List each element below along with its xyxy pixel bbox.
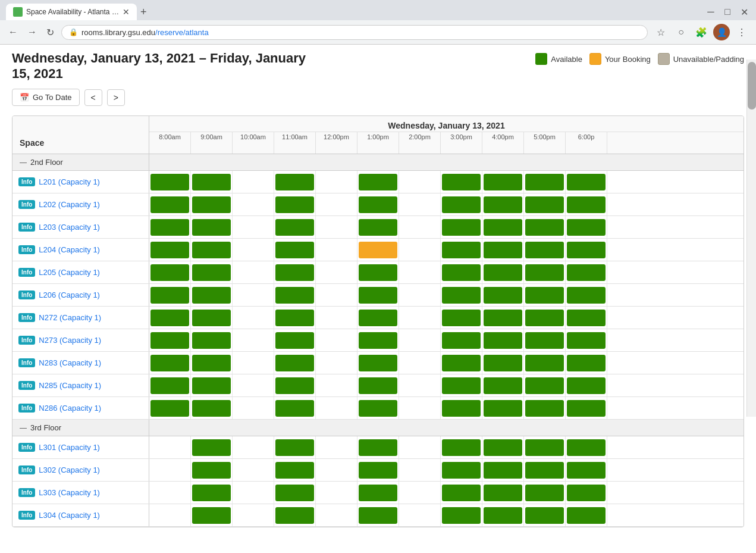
available-block[interactable] — [567, 332, 606, 349]
info-badge-l302[interactable]: Info — [18, 465, 35, 474]
available-block[interactable] — [525, 485, 564, 501]
available-block[interactable] — [275, 174, 314, 190]
available-block[interactable] — [275, 264, 314, 281]
available-block[interactable] — [359, 355, 397, 371]
available-block[interactable] — [442, 439, 481, 456]
available-block[interactable] — [359, 264, 397, 281]
tab-close-icon[interactable]: ✕ — [123, 7, 130, 17]
available-block[interactable] — [567, 219, 606, 236]
info-badge-l202[interactable]: Info — [18, 200, 35, 209]
available-block[interactable] — [567, 377, 606, 394]
available-block[interactable] — [442, 332, 481, 349]
available-block[interactable] — [359, 485, 397, 501]
extensions-icon[interactable]: 🧩 — [693, 24, 710, 40]
available-block[interactable] — [192, 287, 231, 304]
goto-date-button[interactable]: 📅 Go To Date — [12, 89, 80, 106]
available-block[interactable] — [359, 287, 397, 304]
available-block[interactable] — [442, 355, 481, 371]
available-block[interactable] — [484, 355, 522, 371]
available-block[interactable] — [484, 219, 522, 236]
available-block[interactable] — [567, 242, 606, 258]
available-block[interactable] — [567, 485, 606, 501]
available-block[interactable] — [275, 287, 314, 304]
available-block[interactable] — [567, 287, 606, 304]
available-block[interactable] — [567, 264, 606, 281]
available-block[interactable] — [150, 332, 189, 349]
scrollbar-thumb[interactable] — [748, 62, 756, 110]
available-block[interactable] — [442, 264, 481, 281]
info-badge-n285[interactable]: Info — [18, 381, 35, 390]
available-block[interactable] — [192, 242, 231, 258]
available-block[interactable] — [442, 174, 481, 190]
available-block[interactable] — [192, 355, 231, 371]
collapse-icon[interactable]: — — [20, 158, 27, 167]
available-block[interactable] — [442, 219, 481, 236]
available-block[interactable] — [567, 507, 606, 524]
available-block[interactable] — [359, 439, 397, 456]
close-button[interactable]: ✕ — [738, 6, 750, 18]
available-block[interactable] — [150, 377, 189, 394]
collapse-icon[interactable]: — — [20, 424, 27, 432]
available-block[interactable] — [567, 174, 606, 190]
available-block[interactable] — [359, 196, 397, 213]
available-block[interactable] — [275, 219, 314, 236]
available-block[interactable] — [484, 242, 522, 258]
room-name-l301[interactable]: L301 (Capacity 1) — [39, 443, 100, 452]
available-block[interactable] — [484, 400, 522, 417]
info-badge-n286[interactable]: Info — [18, 404, 35, 413]
available-block[interactable] — [484, 310, 522, 326]
available-block[interactable] — [484, 196, 522, 213]
available-block[interactable] — [525, 462, 564, 479]
available-block[interactable] — [150, 174, 189, 190]
room-name-l203[interactable]: L203 (Capacity 1) — [39, 223, 100, 232]
available-block[interactable] — [484, 287, 522, 304]
available-block[interactable] — [359, 310, 397, 326]
available-block[interactable] — [150, 310, 189, 326]
available-block[interactable] — [484, 507, 522, 524]
available-block[interactable] — [150, 242, 189, 258]
available-block[interactable] — [275, 439, 314, 456]
available-block[interactable] — [525, 219, 564, 236]
available-block[interactable] — [525, 332, 564, 349]
address-bar[interactable]: 🔒 rooms.library.gsu.edu/reserve/atlanta — [61, 25, 648, 40]
forward-button[interactable]: → — [25, 24, 39, 40]
available-block[interactable] — [442, 242, 481, 258]
available-block[interactable] — [567, 439, 606, 456]
available-block[interactable] — [275, 400, 314, 417]
available-block[interactable] — [192, 196, 231, 213]
available-block[interactable] — [192, 485, 231, 501]
available-block[interactable] — [567, 310, 606, 326]
available-block[interactable] — [192, 507, 231, 524]
room-name-l204[interactable]: L204 (Capacity 1) — [39, 245, 100, 254]
available-block[interactable] — [192, 377, 231, 394]
available-block[interactable] — [192, 310, 231, 326]
back-button[interactable]: ← — [6, 24, 20, 40]
vertical-scrollbar[interactable] — [746, 60, 756, 417]
info-badge-l201[interactable]: Info — [18, 177, 35, 186]
room-name-l201[interactable]: L201 (Capacity 1) — [39, 177, 100, 186]
available-block[interactable] — [192, 174, 231, 190]
available-block[interactable] — [275, 377, 314, 394]
available-block[interactable] — [484, 377, 522, 394]
available-block[interactable] — [567, 355, 606, 371]
available-block[interactable] — [525, 264, 564, 281]
info-badge-l301[interactable]: Info — [18, 443, 35, 452]
available-block[interactable] — [525, 287, 564, 304]
available-block[interactable] — [192, 219, 231, 236]
available-block[interactable] — [567, 196, 606, 213]
available-block[interactable] — [275, 507, 314, 524]
available-block[interactable] — [275, 242, 314, 258]
available-block[interactable] — [275, 355, 314, 371]
info-badge-l204[interactable]: Info — [18, 245, 35, 254]
available-block[interactable] — [359, 332, 397, 349]
available-block[interactable] — [567, 400, 606, 417]
next-date-button[interactable]: > — [107, 89, 125, 106]
available-block[interactable] — [275, 310, 314, 326]
info-badge-l303[interactable]: Info — [18, 488, 35, 497]
room-name-n285[interactable]: N285 (Capacity 1) — [39, 381, 101, 390]
available-block[interactable] — [359, 377, 397, 394]
available-block[interactable] — [525, 355, 564, 371]
available-block[interactable] — [192, 462, 231, 479]
room-name-n283[interactable]: N283 (Capacity 1) — [39, 358, 101, 367]
room-name-l302[interactable]: L302 (Capacity 1) — [39, 465, 100, 474]
